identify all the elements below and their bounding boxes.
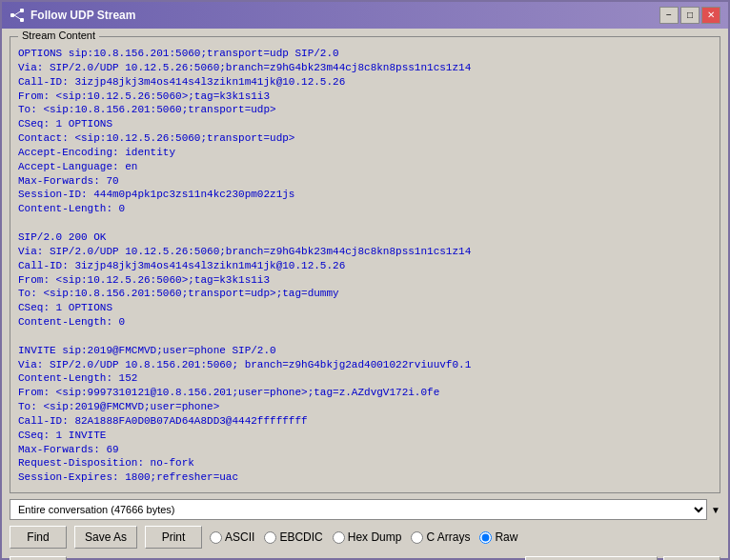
hexdump-radio[interactable] <box>333 531 345 544</box>
carrays-radio-item[interactable]: C Arrays <box>411 530 470 544</box>
dropdown-arrow-icon: ▼ <box>711 505 720 515</box>
title-buttons: − □ ✕ <box>659 7 720 24</box>
conversation-dropdown-row: Entire conversation (47666 bytes) ▼ <box>10 499 720 520</box>
stream-scroll-area[interactable]: OPTIONS sip:10.8.156.201:5060;transport=… <box>14 43 716 489</box>
ebcdic-radio[interactable] <box>264 531 276 544</box>
encoding-radio-group: ASCII EBCDIC Hex Dump C Arrays Raw <box>210 530 720 544</box>
window-title: Follow UDP Stream <box>30 9 135 22</box>
ascii-radio[interactable] <box>210 531 222 544</box>
maximize-button[interactable]: □ <box>680 7 700 24</box>
stream-text-content: OPTIONS sip:10.8.156.201:5060;transport=… <box>18 47 712 485</box>
hexdump-radio-item[interactable]: Hex Dump <box>333 530 402 544</box>
raw-label: Raw <box>495 530 517 544</box>
close-button[interactable]: Close <box>663 556 720 560</box>
ebcdic-radio-item[interactable]: EBCDIC <box>264 530 322 544</box>
carrays-label: C Arrays <box>426 530 470 544</box>
window-body: Stream Content OPTIONS sip:10.8.156.201:… <box>2 29 728 560</box>
carrays-radio[interactable] <box>411 531 423 544</box>
title-bar: Follow UDP Stream − □ ✕ <box>2 2 728 29</box>
filter-out-button[interactable]: Filter Out This Stream <box>525 556 658 560</box>
action-button-row: Find Save As Print ASCII EBCDIC Hex Dump <box>10 526 720 549</box>
follow-udp-stream-window: Follow UDP Stream − □ ✕ Stream Content O… <box>0 0 730 560</box>
save-as-button[interactable]: Save As <box>74 526 137 549</box>
svg-rect-0 <box>10 13 14 17</box>
help-button[interactable]: Help <box>10 556 67 560</box>
network-icon <box>10 8 25 23</box>
raw-radio[interactable] <box>479 531 492 544</box>
ascii-radio-item[interactable]: ASCII <box>210 530 254 544</box>
stream-content-group: Stream Content OPTIONS sip:10.8.156.201:… <box>10 36 720 493</box>
print-button[interactable]: Print <box>145 526 202 549</box>
window-close-button[interactable]: ✕ <box>701 7 720 24</box>
svg-line-4 <box>14 15 22 20</box>
ebcdic-label: EBCDIC <box>279 530 322 544</box>
conversation-select[interactable]: Entire conversation (47666 bytes) <box>10 499 707 520</box>
title-bar-left: Follow UDP Stream <box>10 8 135 23</box>
minimize-button[interactable]: − <box>659 7 679 24</box>
stream-content-label: Stream Content <box>18 30 99 41</box>
raw-radio-item[interactable]: Raw <box>479 530 517 544</box>
ascii-label: ASCII <box>225 530 254 544</box>
bottom-right-buttons: Filter Out This Stream Close <box>525 556 720 560</box>
bottom-button-row: Help Filter Out This Stream Close <box>10 554 720 560</box>
svg-line-3 <box>14 10 22 15</box>
hexdump-label: Hex Dump <box>348 530 402 544</box>
find-button[interactable]: Find <box>10 526 67 549</box>
